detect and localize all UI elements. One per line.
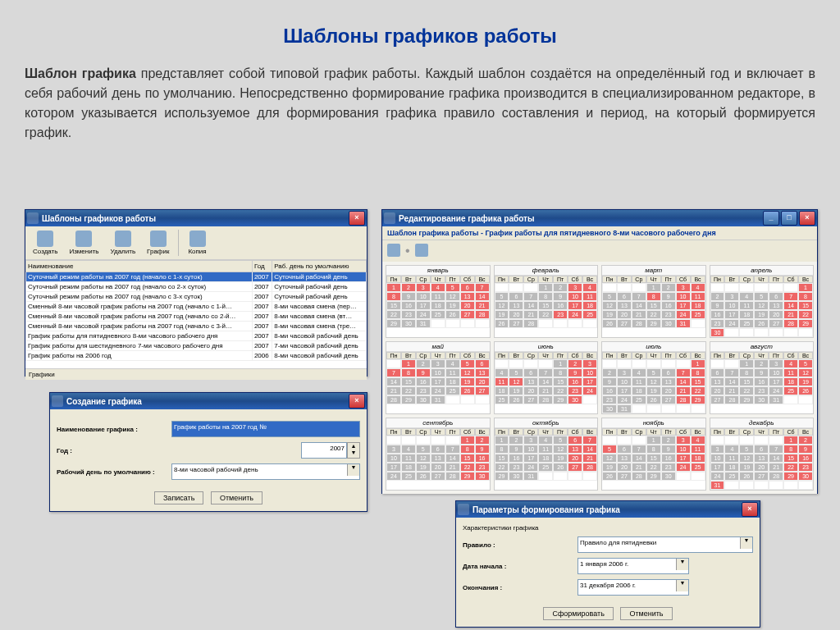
templates-window: Шаблоны графиков работы × СоздатьИзменит…	[25, 209, 368, 377]
window-title: Параметры формирования графика	[472, 505, 620, 514]
window-title: Редактирование графика работы	[399, 214, 534, 223]
year-label: Год :	[57, 447, 171, 454]
rule-select[interactable]: Правило для пятидневки▼	[578, 536, 753, 553]
table-row[interactable]: Суточный режим работы на 2007 год (начал…	[26, 292, 367, 302]
minimize-icon[interactable]: _	[763, 211, 779, 226]
section-label: Характеристики графика	[463, 524, 753, 532]
form-button[interactable]: Сформировать	[543, 607, 613, 620]
start-label: Дата начала :	[463, 563, 578, 570]
close-icon[interactable]: ×	[349, 394, 365, 409]
year-input[interactable]: 2007	[301, 442, 347, 459]
cancel-button[interactable]: Отменить	[211, 491, 262, 504]
rule-label: Правило :	[463, 541, 578, 549]
calendar-window: Редактирование графика работы _ □ × Шабл…	[381, 209, 818, 494]
months-grid: январьПнВтСрЧтПтСбВс12345678910111213141…	[382, 262, 817, 494]
end-date[interactable]: 31 декабря 2006 г.▼	[578, 579, 689, 596]
close-icon[interactable]: ×	[799, 211, 815, 226]
subtitle: Шаблон графика работы - График работы дл…	[382, 226, 817, 240]
toolbar-Удалить[interactable]: Удалить	[105, 228, 142, 258]
month-март[interactable]: мартПнВтСрЧтПтСбВс1234567891011121314151…	[601, 265, 706, 338]
tool-icon[interactable]	[387, 244, 400, 257]
table-row[interactable]: График работы для пятидневного 8-ми часо…	[26, 331, 367, 341]
params-dialog: Параметры формирования графика × Характе…	[455, 500, 760, 628]
toolbar-Создать[interactable]: Создать	[27, 228, 63, 258]
toolbar-Изменить[interactable]: Изменить	[63, 228, 104, 258]
tool-icon[interactable]	[415, 244, 428, 257]
month-декабрь[interactable]: декабрьПнВтСрЧтПтСбВс1234567891011121314…	[710, 418, 815, 491]
table-row[interactable]: Суточный режим работы на 2007 год (начал…	[26, 272, 367, 282]
app-icon	[458, 504, 469, 515]
month-сентябрь[interactable]: сентябрьПнВтСрЧтПтСбВс123456789101112131…	[386, 418, 491, 491]
calendar-toolbar: •	[382, 240, 817, 262]
month-ноябрь[interactable]: ноябрьПнВтСрЧтПтСбВс12345678910111213141…	[601, 418, 706, 491]
end-label: Окончания :	[463, 584, 578, 591]
day-label: Рабочий день по умолчанию :	[57, 468, 171, 476]
app-icon	[52, 395, 63, 407]
year-spinner[interactable]: ▲▼	[347, 442, 360, 459]
status-bar: Графики	[25, 368, 367, 380]
day-select[interactable]: 8-ми часовой рабочий день▼	[171, 463, 360, 480]
window-title: Шаблоны графиков работы	[42, 214, 156, 223]
month-июнь[interactable]: июньПнВтСрЧтПтСбВс1234567891011121314151…	[494, 341, 599, 414]
table-row[interactable]: Сменный 8-ми часовой график работы на 20…	[26, 302, 367, 312]
name-input[interactable]: График работы на 2007 год №	[171, 421, 360, 437]
close-icon[interactable]: ×	[742, 502, 758, 517]
app-icon	[27, 212, 39, 224]
cancel-button[interactable]: Отменить	[620, 607, 672, 620]
maximize-icon[interactable]: □	[781, 211, 797, 226]
table-row[interactable]: Сменный 8-ми часовой график работы на 20…	[26, 312, 367, 322]
description: Шаблон графика представляет собой типово…	[0, 64, 840, 159]
window-title: Создание графика	[66, 397, 142, 406]
month-январь[interactable]: январьПнВтСрЧтПтСбВс12345678910111213141…	[386, 265, 491, 338]
table-row[interactable]: Сменный 8-ми часовой график работы на 20…	[26, 322, 367, 331]
page-title: Шаблоны графиков работы	[0, 0, 840, 64]
month-апрель[interactable]: апрельПнВтСрЧтПтСбВс12345678910111213141…	[710, 265, 815, 338]
table-row[interactable]: Суточный режим работы на 2007 год (начал…	[26, 282, 367, 292]
save-button[interactable]: Записать	[154, 491, 203, 504]
toolbar-Копия[interactable]: Копия	[182, 228, 212, 258]
toolbar-График[interactable]: График	[141, 228, 175, 258]
name-label: Наименование графика :	[57, 426, 171, 433]
close-icon[interactable]: ×	[349, 211, 365, 226]
table-row[interactable]: График работы для шестидневного 7-ми час…	[26, 341, 367, 351]
month-май[interactable]: майПнВтСрЧтПтСбВс12345678910111213141516…	[386, 341, 491, 414]
month-июль[interactable]: июльПнВтСрЧтПтСбВс1234567891011121314151…	[601, 341, 706, 414]
create-dialog: Создание графика × Наименование графика …	[49, 392, 368, 512]
month-февраль[interactable]: февральПнВтСрЧтПтСбВс1234567891011121314…	[494, 265, 599, 338]
templates-table[interactable]: НаименованиеГодРаб. день по умолчаниюСут…	[25, 260, 367, 361]
month-октябрь[interactable]: октябрьПнВтСрЧтПтСбВс1234567891011121314…	[494, 418, 599, 491]
toolbar: СоздатьИзменитьУдалитьГрафикКопия	[25, 226, 367, 260]
app-icon	[384, 212, 395, 224]
month-август[interactable]: августПнВтСрЧтПтСбВс12345678910111213141…	[710, 341, 815, 414]
table-row[interactable]: График работы на 2006 год20068-ми часово…	[26, 351, 367, 361]
start-date[interactable]: 1 января 2006 г.▼	[578, 558, 689, 574]
